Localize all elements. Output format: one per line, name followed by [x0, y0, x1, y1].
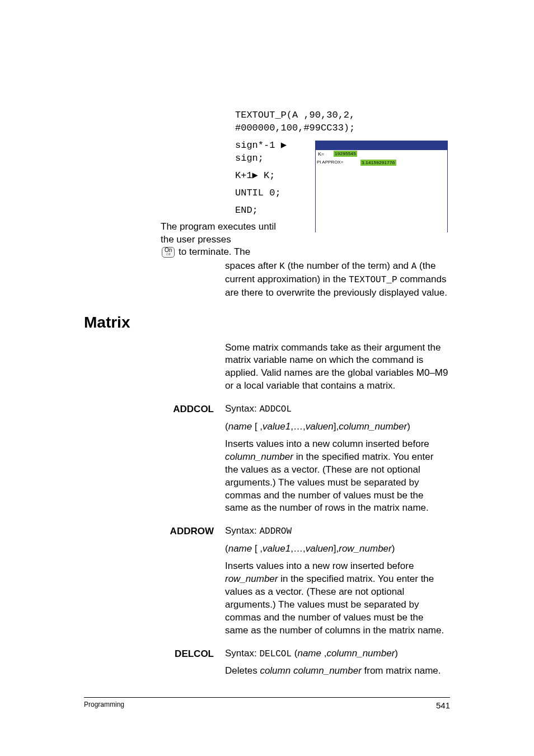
- addcol-syntax: Syntax: ADDCOL: [225, 403, 449, 416]
- calc-title-bar: [316, 141, 447, 150]
- calc-pi-label: PI APPROX=: [317, 160, 343, 165]
- addrow-syntax: Syntax: ADDROW: [225, 525, 449, 538]
- addrow-description: Inserts values into a new row inserted b…: [225, 560, 449, 637]
- addrow-label: ADDROW: [84, 525, 225, 637]
- calculator-screenshot: K= 19295545 PI APPROX= 3.14159291776: [315, 141, 448, 232]
- code-line-textout-2: #000000,100,#99CC33);: [235, 122, 449, 135]
- footer-section: Programming: [84, 701, 124, 710]
- matrix-intro: Some matrix commands take as their argum…: [225, 342, 449, 393]
- exec-paragraph-part1: The program executes until the user pres…: [161, 221, 276, 245]
- calc-k-value: 19295545: [334, 151, 357, 157]
- exec-paragraph-part1b: to terminate. The: [176, 246, 250, 257]
- matrix-heading: Matrix: [84, 314, 450, 332]
- code-line-textout-1: TEXTOUT_P(A ,90,30,2,: [235, 109, 449, 122]
- calc-k-label: K=: [318, 151, 324, 157]
- on-key-icon: OnOff: [162, 247, 175, 258]
- addcol-args: (name [ ,value1,…,valuen],column_number): [225, 421, 449, 433]
- delcol-description: Deletes column column_number from matrix…: [225, 665, 449, 678]
- calc-pi-value: 3.14159291776: [360, 160, 396, 166]
- addcol-label: ADDCOL: [84, 403, 225, 515]
- delcol-syntax: Syntax: DELCOL (name ,column_number): [225, 647, 449, 661]
- exec-paragraph-part2: spaces after K (the number of the term) …: [225, 260, 449, 299]
- store-triangle-icon: ▶: [252, 170, 258, 183]
- addcol-description: Inserts values into a new column inserte…: [225, 438, 449, 515]
- addrow-args: (name [ ,value1,…,valuen],row_number): [225, 543, 449, 556]
- store-triangle-icon: ▶: [281, 139, 287, 152]
- page-number: 541: [436, 701, 450, 710]
- delcol-label: DELCOL: [84, 647, 225, 678]
